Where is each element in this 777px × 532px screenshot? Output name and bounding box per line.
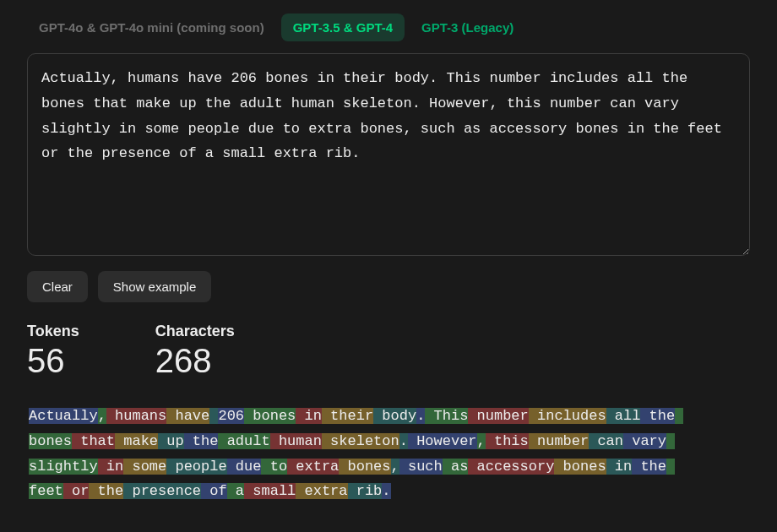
token: human <box>270 433 322 449</box>
characters-stat: Characters 268 <box>155 323 235 380</box>
token: in <box>296 408 322 424</box>
token: body <box>373 408 416 424</box>
model-tabs: GPT-4o & GPT-4o mini (coming soon) GPT-3… <box>27 14 750 41</box>
tokenizer-input[interactable] <box>27 53 750 256</box>
token: bones <box>554 459 606 475</box>
token: . <box>382 483 390 499</box>
token: of <box>201 483 227 499</box>
token: up <box>158 433 184 449</box>
token: vary <box>623 433 666 449</box>
token: such <box>399 459 443 475</box>
token: to <box>261 459 287 475</box>
token: as <box>443 459 469 475</box>
token <box>209 408 218 424</box>
tab-gpt3-legacy[interactable]: GPT-3 (Legacy) <box>410 14 525 41</box>
token: the <box>89 483 123 499</box>
token: that <box>72 433 115 449</box>
token: , <box>98 408 106 424</box>
clear-button[interactable]: Clear <box>27 271 88 302</box>
token: adult <box>218 433 269 449</box>
token: or <box>63 483 90 499</box>
token: in <box>606 459 633 475</box>
token: extra <box>287 459 339 475</box>
token: , <box>477 433 486 449</box>
tab-gpt35-gpt4[interactable]: GPT-3.5 & GPT-4 <box>281 14 405 41</box>
characters-value: 268 <box>155 342 235 380</box>
token: due <box>227 459 262 475</box>
token: the <box>640 408 675 424</box>
token: can <box>589 433 623 449</box>
token: this <box>486 433 529 449</box>
token: rib <box>348 483 383 499</box>
token: some <box>123 459 166 475</box>
token: their <box>322 408 373 424</box>
tab-gpt4o: GPT-4o & GPT-4o mini (coming soon) <box>27 14 276 41</box>
stats-row: Tokens 56 Characters 268 <box>27 323 750 380</box>
token: . <box>416 408 425 424</box>
token: bones <box>339 459 390 475</box>
token: have <box>166 408 209 424</box>
token: presence <box>123 483 201 499</box>
token: This <box>425 408 468 424</box>
tokenized-output: Actually, humans have 206 bones in their… <box>27 404 694 504</box>
token: skeleton <box>322 433 399 449</box>
token: the <box>184 433 219 449</box>
token: make <box>115 433 158 449</box>
token: number <box>468 408 528 424</box>
token: the <box>632 459 666 475</box>
token: people <box>166 459 226 475</box>
show-example-button[interactable]: Show example <box>98 271 211 302</box>
token: accessory <box>468 459 554 475</box>
token: number <box>529 433 589 449</box>
token: bones <box>244 408 296 424</box>
token: Actually <box>29 408 98 424</box>
token: humans <box>106 408 166 424</box>
tokens-value: 56 <box>27 342 79 380</box>
token: includes <box>529 408 606 424</box>
token: . <box>399 433 408 449</box>
token: all <box>606 408 641 424</box>
token: in <box>98 459 124 475</box>
token: extra <box>296 483 347 499</box>
tokens-label: Tokens <box>27 323 79 340</box>
tokens-stat: Tokens 56 <box>27 323 79 380</box>
token: 206 <box>218 408 244 424</box>
token: However <box>408 433 477 449</box>
token: small <box>244 483 296 499</box>
token: , <box>391 459 399 475</box>
token: a <box>227 483 244 499</box>
characters-label: Characters <box>155 323 235 340</box>
